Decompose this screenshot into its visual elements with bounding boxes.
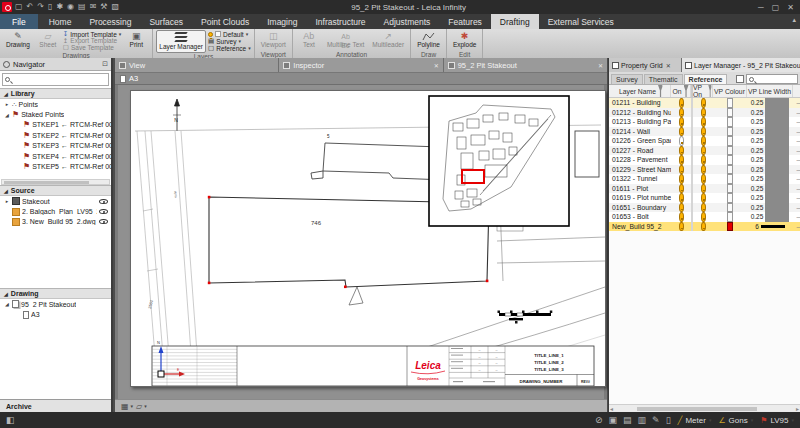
viewport-3-icon[interactable]: ▥ bbox=[638, 414, 647, 426]
bulb-vp-icon[interactable] bbox=[701, 146, 706, 156]
multiline-text-button[interactable]: AbBc Multiline Text bbox=[324, 30, 367, 51]
multileader-button[interactable]: ↗ Multileader bbox=[369, 30, 407, 51]
layer-row[interactable]: 01653 - Bolt0.25— bbox=[609, 212, 800, 222]
colour-checkbox[interactable] bbox=[727, 212, 733, 222]
viewport-1-icon[interactable]: ▣ bbox=[609, 414, 618, 426]
polyline-button[interactable]: Polyline bbox=[414, 30, 443, 51]
layer-row[interactable]: 01213 - Building Part0.25— bbox=[609, 117, 800, 127]
column-on[interactable]: On bbox=[671, 85, 691, 97]
ribbon-tab-adjustments[interactable]: Adjustments bbox=[375, 14, 440, 29]
reference-layer-row[interactable]: ▢ Reference▾ bbox=[208, 45, 251, 52]
layer-search-input[interactable] bbox=[746, 74, 798, 84]
subtab-survey[interactable]: Survey bbox=[611, 74, 643, 84]
save-template-button[interactable]: ▢ Save Template bbox=[63, 44, 121, 51]
layer-table-hscrollbar[interactable]: ◂ ▸ bbox=[609, 404, 800, 412]
scroll-thumb[interactable] bbox=[637, 407, 757, 411]
ribbon-tab-features[interactable]: Features bbox=[439, 14, 491, 29]
tree-item[interactable]: ⚑STKEP2 ← RTCM-Ref 0000 (07/10/ bbox=[0, 130, 111, 140]
unit-meter-dropdown[interactable]: ╱ Meter▾ bbox=[678, 416, 712, 425]
tools-icon[interactable]: ⚒ bbox=[100, 2, 107, 12]
colour-checkbox[interactable] bbox=[727, 155, 733, 165]
redo-icon[interactable]: ↷ bbox=[37, 2, 44, 12]
bulb-on-icon[interactable] bbox=[679, 98, 684, 108]
layer-row[interactable]: 01228 - Pavement0.25— bbox=[609, 155, 800, 165]
sheet-options-button[interactable]: ▱▾ bbox=[136, 402, 147, 411]
bulb-on-icon[interactable] bbox=[679, 222, 684, 232]
bulb-on-icon[interactable] bbox=[679, 117, 684, 127]
subtab-thematic[interactable]: Thematic bbox=[644, 74, 683, 84]
bulb-vp-icon[interactable] bbox=[701, 174, 706, 184]
close-icon[interactable]: ✕ bbox=[666, 62, 671, 69]
scroll-left-icon[interactable]: ◂ bbox=[610, 405, 613, 412]
ribbon-tab-point-clouds[interactable]: Point Clouds bbox=[192, 14, 258, 29]
capture-icon[interactable]: ◉ bbox=[67, 2, 74, 12]
maximize-button[interactable]: ▢ bbox=[772, 3, 780, 12]
close-icon[interactable]: ✕ bbox=[434, 62, 439, 69]
bulb-on-icon[interactable] bbox=[679, 146, 684, 156]
layer-manager-button[interactable]: Layer Manager bbox=[156, 30, 206, 53]
bulb-vp-icon[interactable] bbox=[701, 165, 706, 175]
survey-layer-row[interactable]: ▤ Survey▾ bbox=[208, 38, 251, 45]
bulb-vp-icon[interactable] bbox=[701, 155, 706, 165]
bulb-vp-icon[interactable] bbox=[701, 203, 706, 213]
bulb-on-icon[interactable] bbox=[679, 127, 684, 137]
colour-checkbox[interactable] bbox=[727, 184, 733, 194]
pin-icon[interactable]: ⊡ bbox=[102, 60, 108, 68]
unit-gons-dropdown[interactable]: ∠ Gons▾ bbox=[718, 416, 753, 425]
colour-checkbox[interactable] bbox=[727, 117, 733, 127]
ribbon-tab-surfaces[interactable]: Surfaces bbox=[140, 14, 192, 29]
tab-drawing[interactable]: 95_2 Pit Stakeout ✕ bbox=[444, 58, 607, 72]
library-hscrollbar[interactable] bbox=[1, 179, 110, 185]
source-section-header[interactable]: ◢ Source bbox=[0, 185, 111, 196]
library-section-header[interactable]: ◢ Library bbox=[0, 88, 111, 99]
tab-property-grid[interactable]: Property Grid ✕ bbox=[609, 58, 681, 72]
archive-section-header[interactable]: Archive bbox=[0, 399, 111, 412]
bulb-vp-icon[interactable] bbox=[701, 222, 706, 232]
colour-checkbox[interactable] bbox=[727, 203, 733, 213]
a3-sheet[interactable]: N Hpt bbox=[130, 90, 606, 387]
print-button[interactable]: ▣ Print bbox=[123, 30, 149, 52]
archive-icon[interactable]: ▤ bbox=[78, 2, 86, 12]
tree-item[interactable]: ◢95_2 Pit Stakeout bbox=[0, 299, 111, 309]
colour-checkbox[interactable] bbox=[727, 193, 733, 203]
ribbon-collapse-icon[interactable]: ▴ bbox=[792, 16, 796, 24]
layer-row[interactable]: 01651 - Boundary0.25— bbox=[609, 203, 800, 213]
bulb-vp-icon[interactable] bbox=[701, 212, 706, 222]
layer-row[interactable]: 01619 - Plot number0.25— bbox=[609, 193, 800, 203]
colour-checkbox[interactable] bbox=[727, 146, 733, 156]
expander-icon[interactable]: ▸ bbox=[4, 101, 10, 107]
filter-icon[interactable] bbox=[684, 85, 689, 97]
bulb-on-icon[interactable] bbox=[679, 136, 684, 146]
column-line-style[interactable] bbox=[793, 85, 800, 97]
expander-icon[interactable]: ◢ bbox=[4, 301, 10, 307]
visibility-eye-icon[interactable] bbox=[99, 209, 108, 214]
column-layer-name[interactable]: Layer Name bbox=[609, 85, 671, 97]
text-button[interactable]: Ab Text bbox=[296, 30, 322, 51]
tree-item[interactable]: 2. Balgach_Plan_LV95_2.dwg bbox=[0, 206, 111, 216]
delete-icon[interactable]: ▯ bbox=[48, 2, 52, 12]
bulb-vp-icon[interactable] bbox=[701, 193, 706, 203]
visibility-eye-icon[interactable] bbox=[99, 219, 108, 224]
bulb-on-icon[interactable] bbox=[679, 155, 684, 165]
tab-inspector[interactable]: Inspector ✕ bbox=[279, 58, 442, 72]
expander-icon[interactable]: ▸ bbox=[4, 198, 10, 204]
column-options-icon[interactable] bbox=[736, 75, 744, 83]
bulb-on-icon[interactable] bbox=[679, 108, 684, 118]
colour-swatch[interactable] bbox=[727, 222, 733, 232]
bulb-on-icon[interactable] bbox=[679, 212, 684, 222]
bulb-on-icon[interactable] bbox=[679, 193, 684, 203]
drawing-canvas[interactable]: N Hpt bbox=[115, 85, 607, 399]
close-icon[interactable]: ✕ bbox=[598, 62, 603, 69]
undo-icon[interactable]: ↶ bbox=[27, 2, 34, 12]
tree-item[interactable]: A3 bbox=[0, 309, 111, 319]
tree-item[interactable]: ▸Stakeout bbox=[0, 196, 111, 206]
delete-icon[interactable]: ▯ bbox=[666, 414, 671, 426]
layer-row[interactable]: New_Build 95_26— bbox=[609, 222, 800, 232]
a3-sheet-tab[interactable]: A3 bbox=[115, 72, 607, 85]
tree-item[interactable]: ⚑STKEP4 ← RTCM-Ref 0000 (07/10/ bbox=[0, 151, 111, 161]
sheet-button[interactable]: ▱ Sheet bbox=[35, 30, 61, 52]
column-vp-on[interactable]: VP On bbox=[691, 85, 713, 97]
tree-item[interactable]: 3. New_Build 95_2.dwg bbox=[0, 217, 111, 227]
column-vp-colour[interactable]: VP Colour bbox=[713, 85, 747, 97]
layer-row[interactable]: 01214 - Wall0.25— bbox=[609, 127, 800, 137]
